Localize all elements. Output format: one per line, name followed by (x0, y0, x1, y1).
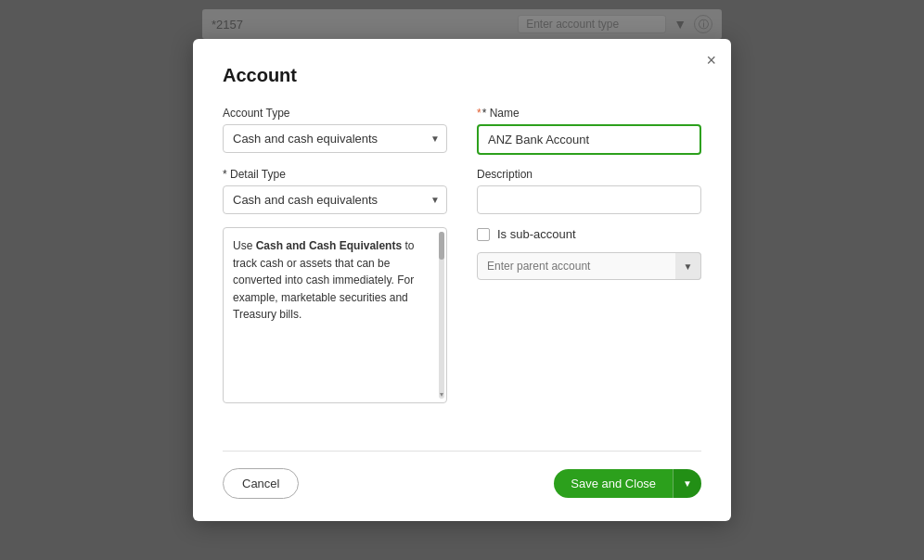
account-type-select[interactable]: Cash and cash equivalents (223, 124, 447, 153)
name-label: ** Name (477, 107, 701, 120)
description-input[interactable] (477, 185, 701, 214)
detail-type-label: * Detail Type (223, 168, 447, 181)
cancel-button[interactable]: Cancel (223, 468, 299, 499)
description-label: Description (477, 168, 701, 181)
modal-overlay: × Account Account Type Cash and cash equ… (0, 0, 924, 560)
description-col: Description (477, 168, 701, 214)
scrollbar-track[interactable] (439, 232, 444, 399)
account-type-label: Account Type (223, 107, 447, 120)
detail-description-text: Use Cash and Cash Equivalents to track c… (233, 237, 430, 324)
detail-type-select[interactable]: Cash and cash equivalents (223, 185, 447, 214)
modal-footer: Cancel Save and Close ▼ (223, 451, 701, 499)
detail-text-inner: Use Cash and Cash Equivalents to track c… (224, 228, 446, 333)
name-col: ** Name (477, 107, 701, 155)
sub-account-label: Is sub-account (497, 227, 576, 241)
scrollbar-thumb[interactable] (439, 232, 444, 260)
modal-title: Account (223, 65, 701, 86)
scroll-down-icon[interactable]: ▾ (439, 389, 444, 399)
save-button-group: Save and Close ▼ (554, 469, 701, 498)
detail-type-col: * Detail Type Cash and cash equivalents … (223, 168, 447, 214)
sub-account-checkbox[interactable] (477, 228, 490, 241)
save-close-button[interactable]: Save and Close (554, 469, 673, 498)
detail-text-container: Use Cash and Cash Equivalents to track c… (223, 227, 447, 403)
save-dropdown-button[interactable]: ▼ (673, 469, 701, 498)
parent-account-wrapper: ▼ (477, 252, 701, 280)
name-input[interactable] (477, 124, 701, 155)
parent-account-dropdown-icon[interactable]: ▼ (675, 252, 701, 280)
account-type-col: Account Type Cash and cash equivalents ▼ (223, 107, 447, 155)
parent-account-input[interactable] (477, 252, 701, 280)
account-type-select-wrapper: Cash and cash equivalents ▼ (223, 124, 447, 153)
account-modal: × Account Account Type Cash and cash equ… (193, 39, 731, 521)
detail-description-row: Use Cash and Cash Equivalents to track c… (223, 227, 701, 403)
sub-account-row: Is sub-account (477, 227, 701, 241)
fields-row-1: Account Type Cash and cash equivalents ▼… (223, 107, 701, 155)
close-button[interactable]: × (706, 52, 716, 69)
fields-row-2: * Detail Type Cash and cash equivalents … (223, 168, 701, 214)
detail-type-select-wrapper: Cash and cash equivalents ▼ (223, 185, 447, 214)
sub-account-col: Is sub-account ▼ (477, 227, 701, 403)
detail-text-col: Use Cash and Cash Equivalents to track c… (223, 227, 447, 403)
